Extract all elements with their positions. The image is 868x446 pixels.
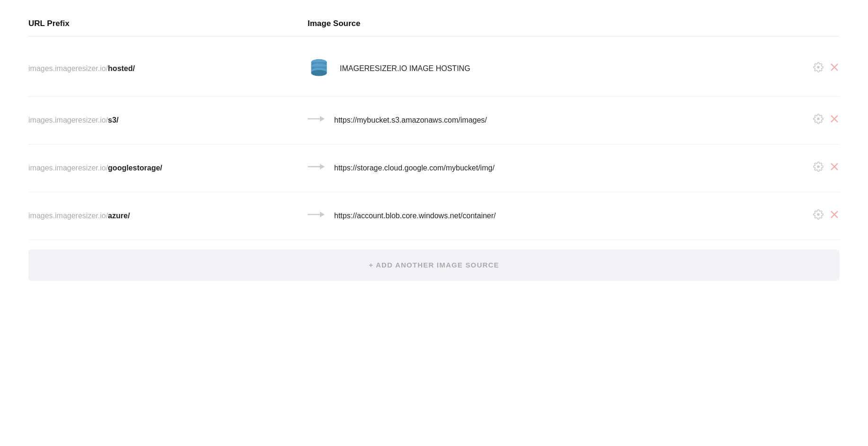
row-actions-azure	[804, 209, 840, 223]
svg-marker-14	[320, 164, 325, 169]
settings-button-googlestorage[interactable]	[813, 161, 824, 175]
image-source-s3: https://mybucket.s3.amazonaws.com/images…	[303, 114, 804, 126]
settings-button-azure[interactable]	[813, 209, 824, 223]
source-label-googlestorage: https://storage.cloud.google.com/mybucke…	[334, 164, 495, 172]
image-source-googlestorage: https://storage.cloud.google.com/mybucke…	[303, 162, 804, 174]
arrow-icon	[308, 162, 325, 174]
table-row-azure: images.imageresizer.io/azure/ https://ac…	[28, 192, 840, 240]
url-prefix-azure: images.imageresizer.io/azure/	[28, 212, 303, 220]
svg-marker-10	[320, 116, 325, 122]
source-label-s3: https://mybucket.s3.amazonaws.com/images…	[334, 116, 487, 125]
add-button-label: + ADD ANOTHER IMAGE SOURCE	[369, 261, 499, 269]
table-row-hosted: images.imageresizer.io/hosted/ IMAGERESI…	[28, 41, 840, 97]
source-label-azure: https://account.blob.core.windows.net/co…	[334, 212, 496, 220]
table-row-googlestorage: images.imageresizer.io/googlestorage/ ht…	[28, 144, 840, 192]
page-container: URL Prefix Image Source images.imageresi…	[0, 0, 868, 281]
url-prefix-s3: images.imageresizer.io/s3/	[28, 116, 303, 125]
settings-button-s3[interactable]	[813, 114, 824, 127]
row-actions-hosted	[804, 62, 840, 75]
svg-point-6	[311, 70, 327, 76]
col-url-prefix-header: URL Prefix	[28, 19, 303, 28]
add-image-source-button[interactable]: + ADD ANOTHER IMAGE SOURCE	[28, 250, 840, 281]
settings-button-hosted[interactable]	[813, 62, 824, 75]
delete-button-hosted[interactable]	[829, 62, 840, 75]
table-row-s3: images.imageresizer.io/s3/ https://mybuc…	[28, 97, 840, 144]
table-header: URL Prefix Image Source	[28, 19, 840, 36]
url-prefix-hosted: images.imageresizer.io/hosted/	[28, 64, 303, 73]
delete-button-azure[interactable]	[829, 209, 840, 223]
delete-button-s3[interactable]	[829, 114, 840, 127]
svg-marker-18	[320, 212, 325, 217]
image-source-hosted: IMAGERESIZER.IO IMAGE HOSTING	[303, 58, 804, 79]
arrow-icon	[308, 210, 325, 222]
url-prefix-googlestorage: images.imageresizer.io/googlestorage/	[28, 164, 303, 172]
source-label-hosted: IMAGERESIZER.IO IMAGE HOSTING	[340, 64, 470, 73]
rows-container: images.imageresizer.io/hosted/ IMAGERESI…	[28, 41, 840, 240]
row-actions-googlestorage	[804, 161, 840, 175]
col-image-source-header: Image Source	[303, 19, 840, 28]
database-icon	[308, 58, 330, 79]
image-source-azure: https://account.blob.core.windows.net/co…	[303, 210, 804, 222]
arrow-icon	[308, 114, 325, 126]
row-actions-s3	[804, 114, 840, 127]
delete-button-googlestorage[interactable]	[829, 161, 840, 175]
